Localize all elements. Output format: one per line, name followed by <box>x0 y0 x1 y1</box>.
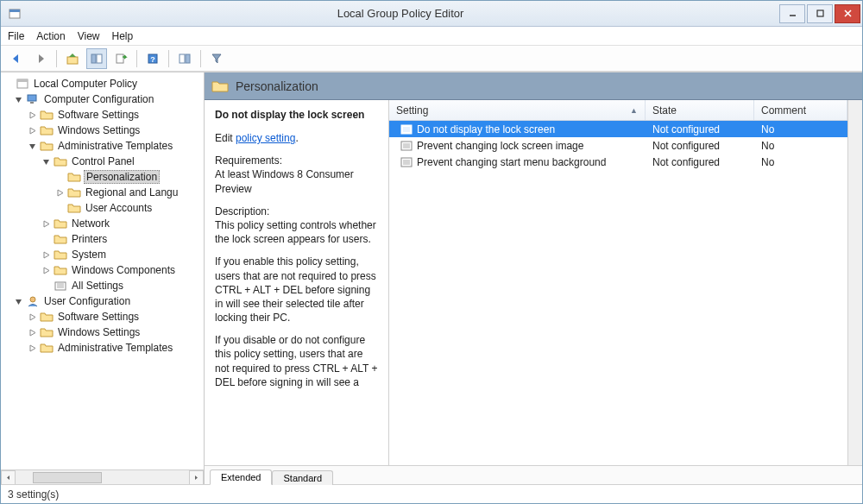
chevron-down-icon[interactable] <box>27 142 37 150</box>
chevron-right-icon[interactable] <box>41 220 51 228</box>
tree-item[interactable]: Printers <box>1 231 204 247</box>
folder-icon <box>54 264 67 276</box>
svg-rect-16 <box>28 95 36 101</box>
tab-standard[interactable]: Standard <box>272 470 333 485</box>
column-comment[interactable]: Comment <box>754 100 847 120</box>
help-button[interactable]: ? <box>142 48 163 69</box>
list-row[interactable]: Prevent changing start menu background N… <box>389 154 847 170</box>
folder-icon <box>54 233 67 245</box>
requirements: Requirements:At least Windows 8 Consumer… <box>215 154 378 196</box>
chevron-right-icon[interactable] <box>54 189 65 197</box>
tree-item[interactable]: Windows Components <box>1 262 204 278</box>
list-header: Setting▲ State Comment <box>389 100 847 121</box>
scroll-left-button[interactable] <box>1 470 16 485</box>
tree-item[interactable]: Windows Settings <box>1 324 204 340</box>
chevron-right-icon[interactable] <box>41 251 51 259</box>
tree-item[interactable]: User Accounts <box>1 200 204 216</box>
svg-rect-1 <box>9 9 20 12</box>
menu-file[interactable]: File <box>8 30 24 42</box>
menu-action[interactable]: Action <box>36 30 65 42</box>
show-hide-console-tree-button[interactable] <box>86 48 107 69</box>
chevron-down-icon[interactable] <box>13 96 23 104</box>
setting-name: Prevent changing start menu background <box>417 156 606 168</box>
chevron-down-icon[interactable] <box>41 158 51 166</box>
tree-label: Control Panel <box>70 155 136 167</box>
scroll-track[interactable] <box>16 470 189 485</box>
tree-label: Personalization <box>84 170 160 184</box>
toolbar: ? <box>1 46 862 72</box>
settings-icon <box>54 280 67 292</box>
chevron-down-icon[interactable] <box>13 298 23 306</box>
menubar: File Action View Help <box>1 27 862 46</box>
tree-computer-config[interactable]: Computer Configuration <box>1 91 204 107</box>
chevron-right-icon[interactable] <box>41 267 51 274</box>
column-setting[interactable]: Setting▲ <box>389 100 646 120</box>
up-button[interactable] <box>62 48 83 69</box>
settings-list-pane: Setting▲ State Comment Do not display th… <box>389 100 847 465</box>
tree-label: System <box>70 249 108 261</box>
tree-item[interactable]: Control Panel <box>1 154 204 169</box>
window-controls <box>779 4 862 23</box>
tree-item[interactable]: Administrative Templates <box>1 340 204 356</box>
filter-button[interactable] <box>206 48 227 69</box>
tree-item[interactable]: Network <box>1 216 204 231</box>
svg-rect-9 <box>117 54 123 63</box>
svg-rect-15 <box>17 79 28 82</box>
tree-item[interactable]: Administrative Templates <box>1 138 204 154</box>
policy-title: Do not display the lock screen <box>215 109 378 121</box>
svg-rect-12 <box>180 54 185 63</box>
forward-button[interactable] <box>30 48 51 69</box>
policy-tree[interactable]: Local Computer Policy Computer Configura… <box>1 72 204 469</box>
list-vertical-scrollbar[interactable] <box>847 100 862 465</box>
show-hide-action-pane-button[interactable] <box>174 48 195 69</box>
setting-name: Prevent changing lock screen image <box>417 140 583 152</box>
tree-horizontal-scrollbar[interactable] <box>1 469 204 484</box>
chevron-right-icon[interactable] <box>27 111 37 119</box>
tree-item-personalization[interactable]: Personalization <box>1 169 204 185</box>
folder-icon <box>40 342 54 354</box>
column-state[interactable]: State <box>646 100 754 120</box>
tree-root[interactable]: Local Computer Policy <box>1 76 204 91</box>
tree-label: Regional and Langu <box>84 186 180 198</box>
tree-item[interactable]: Software Settings <box>1 309 204 324</box>
tree-item[interactable]: Windows Settings <box>1 123 204 138</box>
folder-icon <box>67 186 81 198</box>
statusbar: 3 setting(s) <box>1 484 862 503</box>
settings-list[interactable]: Do not display the lock screen Not confi… <box>389 121 847 465</box>
tab-extended[interactable]: Extended <box>210 469 272 485</box>
scroll-thumb[interactable] <box>33 472 102 483</box>
folder-icon <box>40 124 54 136</box>
description-p2: If you enable this policy setting, users… <box>215 255 378 324</box>
toolbar-separator <box>56 50 57 67</box>
scroll-right-button[interactable] <box>189 470 204 485</box>
chevron-right-icon[interactable] <box>27 329 37 337</box>
tree-user-config[interactable]: User Configuration <box>1 293 204 309</box>
close-button[interactable] <box>835 4 860 23</box>
chevron-right-icon[interactable] <box>27 127 37 135</box>
back-button[interactable] <box>6 48 27 69</box>
chevron-right-icon[interactable] <box>27 313 37 321</box>
tree-label: Computer Configuration <box>42 93 155 105</box>
tree-item[interactable]: System <box>1 247 204 262</box>
setting-comment: No <box>754 156 847 168</box>
list-row[interactable]: Prevent changing lock screen image Not c… <box>389 137 847 154</box>
tree-item[interactable]: Software Settings <box>1 107 204 123</box>
list-row[interactable]: Do not display the lock screen Not confi… <box>389 121 847 137</box>
policy-item-icon <box>400 123 413 135</box>
export-list-button[interactable] <box>110 48 131 69</box>
maximize-button[interactable] <box>807 4 833 23</box>
titlebar: Local Group Policy Editor <box>1 1 862 27</box>
tree-label: Local Computer Policy <box>32 78 139 90</box>
svg-rect-3 <box>817 10 823 16</box>
chevron-right-icon[interactable] <box>27 344 37 352</box>
description-pane: Do not display the lock screen Edit poli… <box>205 100 389 465</box>
minimize-button[interactable] <box>779 4 805 23</box>
edit-line: Edit policy setting. <box>215 131 378 145</box>
tree-item[interactable]: Regional and Langu <box>1 185 204 200</box>
description-p3: If you disable or do not configure this … <box>215 333 378 389</box>
tree-item[interactable]: All Settings <box>1 278 204 293</box>
user-icon <box>26 295 40 307</box>
edit-policy-link[interactable]: policy setting <box>236 132 295 144</box>
menu-help[interactable]: Help <box>112 30 134 42</box>
menu-view[interactable]: View <box>78 30 100 42</box>
